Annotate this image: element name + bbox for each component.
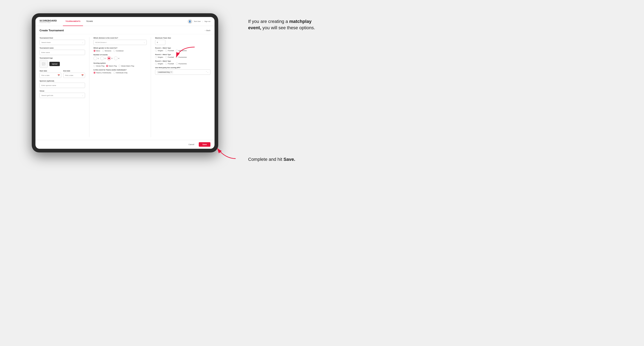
sponsor-input[interactable] bbox=[40, 83, 85, 88]
date-row: Start date 📅 End date 📅 bbox=[40, 70, 85, 78]
search-icon: ⌄ bbox=[82, 41, 84, 43]
round-1[interactable]: 1 bbox=[94, 56, 98, 60]
tournament-name-input[interactable] bbox=[40, 50, 85, 55]
end-date-label: End date bbox=[63, 70, 85, 72]
api-chevrons: ⌃⌄ bbox=[206, 71, 208, 73]
save-button[interactable]: Save bbox=[199, 142, 210, 147]
division-input[interactable] bbox=[94, 40, 147, 45]
tab-tournaments[interactable]: TOURNAMENTS bbox=[63, 17, 83, 26]
gender-group: Which gender is the event for? Mens Wome… bbox=[94, 47, 147, 52]
division-label: Which division is the event for? bbox=[94, 37, 147, 39]
user-name: Test User bbox=[194, 20, 201, 22]
api-tag-close[interactable]: ✕ bbox=[170, 71, 172, 73]
tablet-frame: SCOREBOARD Powered by clippit TOURNAMENT… bbox=[32, 13, 218, 153]
tournament-name-group: Tournament name bbox=[40, 47, 85, 55]
brand-logo: SCOREBOARD Powered by clippit bbox=[40, 20, 57, 23]
gender-label: Which gender is the event for? bbox=[94, 47, 147, 49]
scoring-group: Scoring system Stroke Play Match Play bbox=[94, 62, 147, 67]
annotation-matchplay: If you are creating a matchplay event, y… bbox=[248, 18, 318, 31]
sponsor-label: Sponsor (optional) bbox=[40, 80, 85, 82]
brand-title: SCOREBOARD bbox=[40, 20, 57, 22]
gender-combined[interactable]: Combined bbox=[113, 50, 123, 52]
rounds-label: Number of rounds bbox=[94, 54, 147, 56]
venue-group: Venue ⌄ bbox=[40, 90, 85, 98]
image-icon bbox=[42, 62, 46, 66]
api-group: Use third-party live scoring API? Leader… bbox=[155, 67, 210, 75]
nav-tabs: TOURNAMENTS TEAMS bbox=[63, 17, 188, 26]
teams-option[interactable]: Teams (+Individuals) bbox=[94, 72, 111, 74]
search-icon-venue: ⌄ bbox=[82, 95, 84, 96]
tab-teams[interactable]: TEAMS bbox=[84, 17, 96, 26]
svg-point-1 bbox=[43, 63, 43, 63]
scoring-match-play[interactable]: Match Play bbox=[106, 65, 117, 67]
teams-label: Is this event for Teams and/or Individua… bbox=[94, 69, 147, 71]
arrow-save bbox=[213, 144, 238, 161]
gender-radio-group: Mens Womens Combined bbox=[94, 50, 147, 52]
upload-button[interactable]: Upload bbox=[50, 62, 60, 66]
end-date-group: End date 📅 bbox=[63, 70, 85, 78]
rounds-group: Number of rounds 1 2 bbox=[94, 54, 147, 60]
teams-group: Is this event for Teams and/or Individua… bbox=[94, 69, 147, 74]
api-label: Use third-party live scoring API? bbox=[155, 67, 210, 69]
chevron-down-icon: ⌄ bbox=[144, 41, 145, 43]
tournament-host-input[interactable] bbox=[40, 40, 85, 45]
tournament-name-label: Tournament name bbox=[40, 47, 85, 49]
start-date-label: Start date bbox=[40, 70, 61, 72]
scoring-label: Scoring system bbox=[94, 62, 147, 64]
round3-singles[interactable]: Singles bbox=[155, 63, 163, 65]
brand-subtitle: Powered by clippit bbox=[40, 22, 57, 23]
form-col-left: Tournament Host ⌄ Tournament name Tourna… bbox=[40, 37, 85, 137]
tournament-logo-label: Tournament logo bbox=[40, 57, 85, 59]
max-team-size-group: Maximum Team Size bbox=[155, 37, 210, 45]
individuals-option[interactable]: Individuals Only bbox=[113, 72, 128, 74]
nav-right: 👤 Test User | Sign out bbox=[188, 19, 210, 24]
api-tag: Leaderboard King ✕ bbox=[157, 71, 173, 73]
gender-mens[interactable]: Mens bbox=[94, 50, 100, 52]
tournament-host-group: Tournament Host ⌄ bbox=[40, 37, 85, 45]
round-2[interactable]: 2 bbox=[100, 56, 105, 60]
sponsor-group: Sponsor (optional) bbox=[40, 80, 85, 88]
page-title: Create Tournament bbox=[40, 29, 64, 32]
max-team-size-label: Maximum Team Size bbox=[155, 37, 210, 39]
tablet-screen: SCOREBOARD Powered by clippit TOURNAMENT… bbox=[36, 17, 214, 149]
venue-label: Venue bbox=[40, 90, 85, 92]
sign-out-link[interactable]: Sign out bbox=[204, 20, 210, 22]
nav-bar: SCOREBOARD Powered by clippit TOURNAMENT… bbox=[36, 17, 214, 26]
round2-singles[interactable]: Singles bbox=[155, 56, 163, 58]
venue-input[interactable] bbox=[40, 93, 85, 98]
form-col-mid: Which division is the event for? ⌄ Which… bbox=[94, 37, 147, 137]
gender-womens[interactable]: Womens bbox=[102, 50, 111, 52]
main-content: Create Tournament ‹ Back Tournament Host… bbox=[36, 26, 214, 149]
col-divider-2 bbox=[151, 37, 151, 137]
round-3[interactable]: 3 bbox=[107, 56, 112, 60]
cancel-button[interactable]: Cancel bbox=[186, 142, 197, 147]
calendar-icon: 📅 bbox=[58, 74, 60, 76]
logo-placeholder bbox=[40, 60, 48, 68]
arrow-matchplay bbox=[172, 45, 197, 61]
division-group: Which division is the event for? ⌄ bbox=[94, 37, 147, 45]
round3-foursomes[interactable]: Foursomes bbox=[176, 63, 187, 65]
tournament-host-label: Tournament Host bbox=[40, 37, 85, 39]
tournament-logo-group: Tournament logo Upload bbox=[40, 57, 85, 68]
calendar-icon-end: 📅 bbox=[81, 74, 84, 76]
start-date-group: Start date 📅 bbox=[40, 70, 61, 78]
page-header: Create Tournament ‹ Back bbox=[36, 26, 214, 34]
annotation-save: Complete and hit Save. bbox=[248, 156, 318, 163]
api-selector[interactable]: Leaderboard King ✕ ⌃⌄ bbox=[155, 69, 210, 75]
round-4[interactable]: 4 bbox=[114, 56, 119, 60]
round3-fourball[interactable]: Fourball bbox=[165, 63, 174, 65]
back-button[interactable]: ‹ Back bbox=[205, 29, 210, 31]
scoring-medal-match-play[interactable]: Medal Match Play bbox=[118, 65, 134, 67]
form-footer: Cancel Save bbox=[36, 140, 214, 149]
avatar: 👤 bbox=[188, 19, 192, 24]
max-team-size-input[interactable] bbox=[155, 40, 165, 45]
round1-singles[interactable]: Singles bbox=[155, 49, 163, 52]
scoring-stroke-play[interactable]: Stroke Play bbox=[94, 65, 104, 67]
